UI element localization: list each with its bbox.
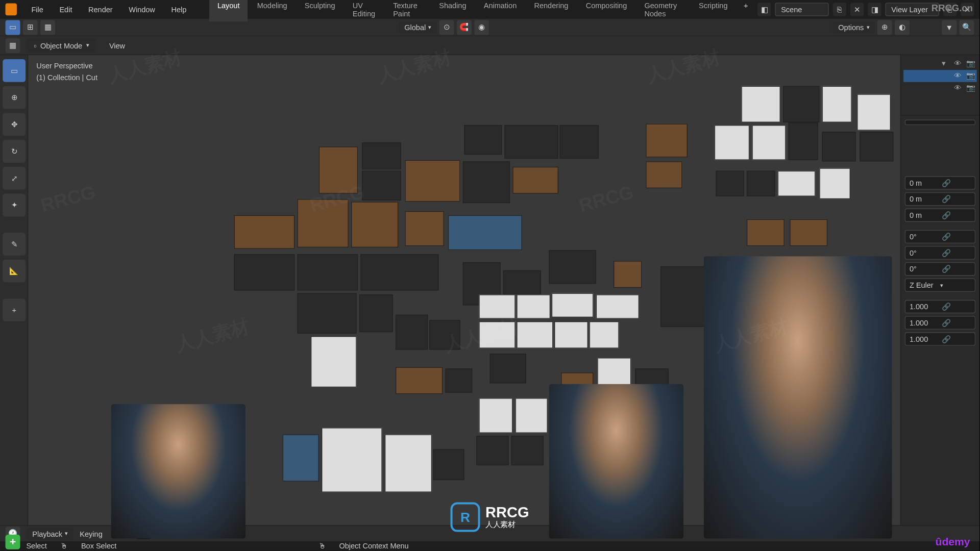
- move-tool[interactable]: ✥: [3, 113, 26, 136]
- reference-image[interactable]: [778, 171, 816, 196]
- playback-menu[interactable]: Playback▾: [27, 528, 73, 540]
- reference-image[interactable]: [479, 321, 515, 348]
- location-y-field[interactable]: 0 m🔗: [905, 192, 975, 206]
- reference-image[interactable]: [311, 336, 357, 387]
- reference-image[interactable]: [298, 293, 357, 334]
- reference-image[interactable]: [789, 122, 818, 160]
- reference-image[interactable]: [362, 171, 401, 201]
- reference-image[interactable]: [590, 321, 619, 348]
- reference-image[interactable]: [479, 398, 512, 433]
- reference-image[interactable]: [463, 161, 510, 203]
- reference-image[interactable]: [747, 171, 775, 196]
- rotate-tool[interactable]: ↻: [3, 140, 26, 163]
- rotation-mode-dropdown[interactable]: Z Euler▾: [905, 279, 975, 292]
- menu-file[interactable]: File: [24, 3, 50, 16]
- restrict-select-icon[interactable]: ▾: [942, 59, 951, 68]
- pivot-icon[interactable]: ⊙: [439, 20, 454, 35]
- reference-image[interactable]: [298, 254, 358, 290]
- overlay-icon[interactable]: ◐: [895, 20, 910, 35]
- reference-image[interactable]: [512, 167, 558, 194]
- rotation-y-field[interactable]: 0°🔗: [905, 246, 975, 259]
- tab-layout[interactable]: Layout: [209, 0, 248, 21]
- tab-scripting[interactable]: Scripting: [691, 0, 736, 21]
- reference-image[interactable]: [752, 125, 786, 160]
- reference-image[interactable]: [741, 86, 780, 122]
- menu-edit[interactable]: Edit: [53, 3, 79, 16]
- reference-image[interactable]: [549, 250, 596, 284]
- reference-image[interactable]: [446, 368, 473, 392]
- reference-image[interactable]: [319, 146, 358, 193]
- editor-type-icon[interactable]: ▦: [6, 38, 20, 53]
- outliner[interactable]: ▾ 👁 📷 👁 📷 👁 📷: [901, 55, 979, 116]
- reference-image[interactable]: [646, 124, 688, 158]
- reference-image[interactable]: [614, 261, 642, 288]
- reference-image[interactable]: [362, 142, 401, 169]
- scale-x-field[interactable]: 1.000🔗: [905, 300, 975, 313]
- reference-image[interactable]: [405, 211, 444, 246]
- menu-help[interactable]: Help: [164, 3, 193, 16]
- search-icon[interactable]: 🔍: [959, 20, 974, 35]
- reference-image[interactable]: [479, 294, 515, 318]
- location-x-field[interactable]: 0 m🔗: [905, 176, 975, 189]
- scale-tool[interactable]: ⤢: [3, 167, 26, 190]
- reference-image[interactable]: [552, 293, 594, 317]
- reference-image[interactable]: [322, 428, 382, 492]
- reference-image[interactable]: [359, 294, 393, 332]
- tab-animation[interactable]: Animation: [476, 0, 525, 21]
- menu-render[interactable]: Render: [82, 3, 119, 16]
- tab-compositing[interactable]: Compositing: [578, 0, 635, 21]
- viewlayer-icon[interactable]: ◨: [868, 3, 881, 16]
- menu-window[interactable]: Window: [122, 3, 162, 16]
- scene-name-field[interactable]: Scene: [775, 3, 828, 16]
- orientation-dropdown[interactable]: Global▾: [399, 21, 437, 34]
- outliner-row-active[interactable]: 👁 📷: [903, 70, 977, 82]
- gizmo-icon[interactable]: ⊕: [877, 20, 892, 35]
- reference-image[interactable]: [857, 94, 891, 131]
- outliner-row[interactable]: 👁 📷: [903, 82, 977, 94]
- select-box-tool[interactable]: ▭: [3, 59, 26, 82]
- outliner-row[interactable]: ▾ 👁 📷: [903, 58, 977, 70]
- scale-z-field[interactable]: 1.000🔗: [905, 332, 975, 345]
- reference-image[interactable]: [385, 434, 432, 492]
- reference-image[interactable]: [476, 436, 508, 465]
- reference-image[interactable]: [234, 215, 295, 249]
- reference-image[interactable]: [396, 367, 443, 394]
- view-menu[interactable]: View: [103, 39, 132, 52]
- reference-image[interactable]: [822, 86, 852, 122]
- cursor-tool[interactable]: ⊕: [3, 86, 26, 109]
- reference-image[interactable]: [503, 270, 541, 294]
- tab-shading[interactable]: Shading: [431, 0, 474, 21]
- mode-selector[interactable]: ▫ Object Mode ▾: [27, 39, 96, 52]
- reference-image[interactable]: [429, 320, 460, 349]
- filter-icon[interactable]: ▼: [942, 20, 957, 35]
- measure-tool[interactable]: 📐: [3, 260, 26, 283]
- proportional-icon[interactable]: ◉: [474, 20, 489, 35]
- reference-image[interactable]: [560, 125, 599, 159]
- tab-texture-paint[interactable]: Texture Paint: [385, 0, 429, 21]
- reference-image[interactable]: [790, 219, 827, 246]
- annotate-tool[interactable]: ✎: [3, 233, 26, 256]
- add-workspace-button[interactable]: +: [737, 0, 755, 21]
- location-z-field[interactable]: 0 m🔗: [905, 209, 975, 222]
- tab-sculpting[interactable]: Sculpting: [297, 0, 343, 21]
- reference-image[interactable]: [464, 125, 502, 155]
- scale-y-field[interactable]: 1.000🔗: [905, 316, 975, 329]
- reference-image[interactable]: [504, 125, 558, 159]
- tab-modeling[interactable]: Modeling: [249, 0, 295, 21]
- reference-image[interactable]: [596, 294, 639, 318]
- reference-image[interactable]: [234, 254, 295, 290]
- eye-icon[interactable]: 👁: [954, 59, 963, 68]
- reference-image[interactable]: [396, 315, 428, 350]
- transform-tool[interactable]: ✦: [3, 194, 26, 217]
- scene-icon[interactable]: ◧: [757, 3, 771, 16]
- add-tool[interactable]: +: [3, 298, 26, 321]
- reference-image[interactable]: [646, 161, 682, 188]
- new-scene-button[interactable]: ⎘: [833, 3, 846, 16]
- reference-image[interactable]: [783, 86, 819, 122]
- reference-image[interactable]: [511, 436, 544, 465]
- snap2-icon[interactable]: ▦: [40, 20, 55, 35]
- reference-image[interactable]: [517, 294, 550, 318]
- rotation-z-field[interactable]: 0°🔗: [905, 262, 975, 276]
- reference-image[interactable]: [516, 398, 548, 433]
- reference-image[interactable]: [433, 449, 464, 480]
